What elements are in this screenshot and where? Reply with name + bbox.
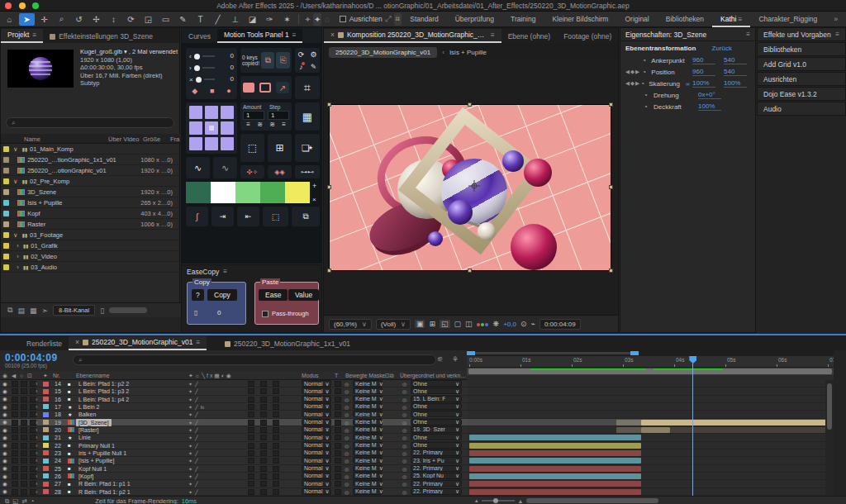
tab-motion-tools[interactable]: Motion Tools Panel 1≡	[217, 29, 302, 43]
switch-cell[interactable]	[12, 473, 18, 479]
spacing-card[interactable]: ⊶⊷	[295, 165, 320, 178]
parent-dropdown[interactable]: Ohne∨	[411, 434, 462, 440]
workspace-tab-standard[interactable]: Standard	[402, 12, 447, 27]
align-keys-card[interactable]: ◈◈	[268, 165, 292, 178]
render-engine-icon[interactable]: ➣	[41, 307, 48, 315]
puppet-icon[interactable]: ✦	[304, 13, 312, 26]
layer-row-26[interactable]: ◉›26[Kopf]✦ ╱Normal∨◎Keine M∨◎25. Kopf N…	[0, 473, 467, 480]
anchor-grid-cell[interactable]	[189, 106, 202, 119]
parent-dropdown[interactable]: 22. Primary∨	[411, 488, 462, 495]
selection-handle[interactable]	[609, 269, 613, 273]
composition-canvas[interactable]	[330, 105, 611, 270]
track-matte-dropdown[interactable]: Keine M∨	[353, 434, 383, 440]
eye-icon[interactable]: ◉	[2, 434, 7, 441]
preserve-transparency-cell[interactable]	[335, 388, 341, 394]
tab-timeline-other[interactable]: 250220_3D_MotionGraphic_1x1_v01	[218, 338, 357, 350]
parent-dropdown[interactable]: Ohne∨	[411, 380, 462, 387]
switch-cell[interactable]	[21, 489, 27, 495]
label-chip[interactable]	[43, 420, 49, 425]
stroke-square-button[interactable]	[259, 83, 271, 93]
composition-mini-flowchart-icon[interactable]: ⚟	[437, 355, 444, 364]
switch-cell[interactable]	[273, 435, 279, 440]
parent-pickwhip-icon[interactable]: ◎	[402, 480, 406, 487]
layer-name[interactable]: Linie	[76, 434, 93, 441]
expand-layer-icon[interactable]: ›	[36, 396, 37, 403]
switch-cell[interactable]	[12, 420, 18, 426]
layer-name[interactable]: L Bein: Pfad 1: p2 2	[76, 380, 131, 388]
switch-cell[interactable]	[248, 397, 254, 402]
easecopy-help-button[interactable]: ?	[192, 289, 204, 301]
track-matte-dropdown[interactable]: Keine M∨	[353, 465, 383, 472]
layer-name[interactable]: Primary Null 1	[76, 442, 117, 449]
square-keyframe-icon[interactable]: ■	[210, 87, 214, 95]
parent-pickwhip-icon[interactable]: ◎	[402, 419, 406, 426]
eye-icon[interactable]: ◉	[2, 380, 7, 388]
grid-guides-icon[interactable]: ▣	[415, 320, 425, 328]
switch-cell[interactable]	[260, 450, 267, 456]
layer-name[interactable]: Kopf Null 1	[76, 465, 109, 473]
layer-row-16[interactable]: ◉›16■L Bein: Pfad 1: p4 2✦ ╱Normal∨◎Kein…	[0, 396, 467, 403]
grid-dots-card[interactable]: ▦	[295, 102, 320, 131]
roto-brush-tool-icon[interactable]: ✑	[262, 13, 278, 26]
stopwatch-icon[interactable]: ◔	[640, 80, 649, 88]
layer-switches[interactable]: ✦ ╱	[188, 419, 198, 426]
eraser-tool-icon[interactable]: ◪	[245, 13, 260, 26]
layer-duration-bar[interactable]	[469, 473, 641, 479]
switch-cell[interactable]	[12, 443, 18, 449]
graph-editor-icon[interactable]: ◱	[12, 497, 18, 504]
eye-icon[interactable]: ◉	[2, 442, 7, 449]
keyframe-nav[interactable]: ◀◆▶	[625, 69, 642, 75]
new-comp-icon[interactable]: ▦	[30, 307, 37, 315]
layer-row-20[interactable]: ◉›20[Raster]✦ ╱Normal∨◎Keine M∨◎19. 3D_S…	[0, 426, 467, 434]
switch-cell[interactable]	[248, 450, 254, 456]
preserve-transparency-cell[interactable]	[335, 443, 341, 449]
exposure-value[interactable]: +0,0	[503, 321, 516, 328]
switch-cell[interactable]	[273, 388, 279, 394]
link-dimensions-icon[interactable]: ∞	[686, 81, 690, 87]
switch-cell[interactable]	[21, 404, 27, 410]
preserve-transparency-cell[interactable]	[335, 458, 341, 464]
switch-cell[interactable]	[21, 381, 27, 387]
layer-name[interactable]: [3D_Szene]	[76, 419, 112, 426]
panel-header-dojo-ease-v1-3-2[interactable]: Dojo Ease v1.3.2	[757, 87, 846, 101]
switch-cell[interactable]	[260, 481, 267, 487]
expand-layer-icon[interactable]: ›	[36, 411, 37, 418]
label-chip[interactable]	[43, 459, 49, 464]
layer-row-27[interactable]: ◉›27■R Bein: Pfad 1: p1 1✦ ╱Normal∨◎Kein…	[0, 480, 467, 487]
stopwatch-icon[interactable]: ◔	[642, 69, 651, 76]
anchor-grid-cell[interactable]	[205, 106, 218, 119]
panel-menu-icon[interactable]: ≡	[835, 31, 839, 38]
composition-viewer[interactable]	[324, 61, 618, 314]
eye-icon[interactable]: ◉	[2, 388, 7, 395]
tab-timeline-active[interactable]: × 250220_3D_MotionGraphic_v01 ≡	[69, 336, 207, 350]
layer-duration-bar[interactable]	[469, 443, 641, 449]
eye-icon[interactable]: ◉	[2, 488, 7, 496]
project-item-03_Footage[interactable]: ∨▮▮03_Footage	[1, 230, 181, 240]
label-chip[interactable]	[3, 221, 9, 227]
layer-lane-28[interactable]	[467, 488, 834, 496]
pan-camera-tool-icon[interactable]: ✢	[88, 13, 104, 26]
switch-cell[interactable]	[260, 388, 267, 394]
palette-swatch[interactable]	[211, 182, 235, 203]
label-chip[interactable]	[43, 397, 49, 402]
stagger-left-icon[interactable]: ≡	[246, 121, 250, 128]
workspace-tab-kathi[interactable]: Kathi≡	[712, 12, 750, 27]
shy-icon[interactable]: ⚘	[452, 355, 459, 364]
selection-handle[interactable]	[327, 102, 331, 107]
switch-cell[interactable]	[260, 420, 267, 426]
parent-pickwhip-icon[interactable]: ◎	[402, 403, 406, 411]
project-item-Isis + Pupille[interactable]: Isis + Pupille265 x 2…0)	[1, 197, 181, 208]
layer-row-24[interactable]: ◉›24[Isis + Pupille]✦ ╱Normal∨◎Keine M∨◎…	[0, 457, 467, 464]
parent-dropdown[interactable]: 25. Kopf Nu∨	[411, 473, 462, 479]
layer-switches[interactable]: ✦ ╱ fx	[188, 403, 204, 411]
expand-layer-icon[interactable]: ›	[36, 488, 37, 496]
switch-cell[interactable]	[260, 411, 267, 417]
scatter-keys-card[interactable]: ✣✧	[240, 165, 264, 178]
palette-swatch[interactable]	[235, 182, 260, 203]
label-chip[interactable]	[3, 157, 9, 163]
selection-handle[interactable]	[327, 269, 331, 273]
eye-icon[interactable]: ◉	[2, 457, 7, 464]
fill-square-button[interactable]	[243, 83, 254, 93]
label-chip[interactable]	[3, 243, 9, 249]
new-folder-icon[interactable]: ▤	[17, 307, 25, 315]
